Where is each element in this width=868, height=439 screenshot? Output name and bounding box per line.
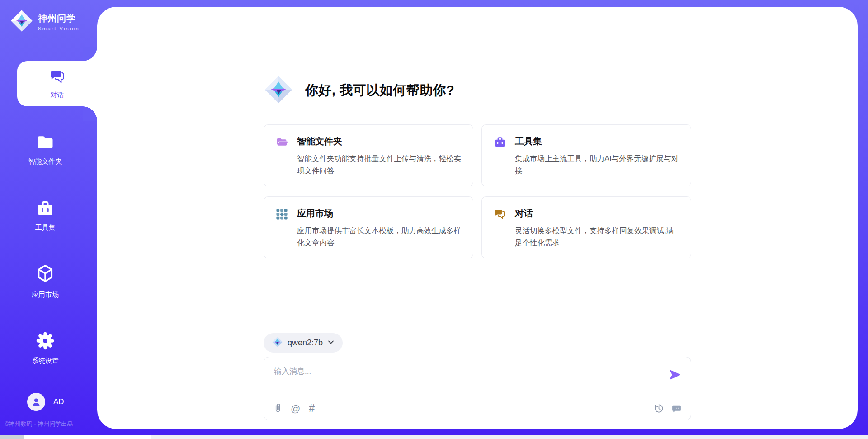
message-input[interactable] — [264, 357, 691, 396]
sidebar-item-toolset[interactable]: 工具集 — [14, 199, 77, 232]
mention-button[interactable]: @ — [291, 404, 300, 413]
topic-button[interactable]: # — [309, 403, 315, 414]
message-composer: @ # — [264, 357, 691, 420]
card-chat[interactable]: 对话 灵活切换多模型文件，支持多样回复效果调试,满足个性化需求 — [481, 196, 691, 258]
greeting-title: 你好, 我可以如何帮助你? — [305, 81, 454, 100]
at-icon: @ — [291, 404, 300, 413]
card-title: 对话 — [515, 207, 680, 220]
hash-icon: # — [309, 403, 315, 414]
send-button[interactable] — [668, 368, 682, 382]
greeting: 你好, 我可以如何帮助你? — [264, 75, 691, 106]
scrollbar-thumb[interactable] — [24, 435, 151, 439]
attachment-button[interactable] — [273, 403, 282, 414]
toolbox-icon — [494, 135, 506, 177]
card-title: 智能文件夹 — [297, 135, 462, 148]
card-description: 应用市场提供丰富长文本模板，助力高效生成多样化文章内容 — [297, 224, 462, 249]
card-app-market[interactable]: 应用市场 应用市场提供丰富长文本模板，助力高效生成多样化文章内容 — [264, 196, 473, 258]
gear-icon — [35, 331, 55, 353]
chat-icon — [48, 68, 66, 88]
tab-curve-top — [83, 47, 97, 61]
card-smart-folder[interactable]: 智能文件夹 智能文件夹功能支持批量文件上传与清洗，轻松实现文件问答 — [264, 124, 473, 186]
sidebar-item-app-market[interactable]: 应用市场 — [14, 263, 77, 299]
grid-icon — [276, 207, 288, 249]
sidebar-item-smart-folder[interactable]: 智能文件夹 — [14, 133, 77, 166]
sidebar-item-label: 工具集 — [35, 224, 56, 232]
sidebar-item-label: 系统设置 — [32, 357, 59, 365]
model-logo-diamond-icon — [272, 336, 283, 349]
sidebar-item-label: 对话 — [51, 91, 64, 100]
card-title: 应用市场 — [297, 207, 462, 220]
main-panel: 你好, 我可以如何帮助你? 智能文件夹 智能文件夹功能支持批量文件上传与清洗，轻… — [97, 7, 858, 429]
app-title: 神州问学 — [38, 12, 80, 24]
sidebar-item-settings[interactable]: 系统设置 — [14, 331, 77, 365]
sidebar-item-label: 应用市场 — [32, 291, 59, 299]
card-title: 工具集 — [515, 135, 680, 148]
sidebar: 神州问学 Smart Vision 对话 智能文件夹 — [0, 0, 97, 439]
folder-open-icon — [276, 135, 288, 177]
user-profile[interactable]: AD — [27, 393, 64, 411]
scrollbar-segment — [0, 435, 24, 439]
horizontal-scrollbar[interactable] — [0, 435, 868, 439]
history-icon — [654, 403, 664, 414]
chevron-down-icon — [327, 339, 335, 348]
sidebar-item-label: 智能文件夹 — [28, 157, 62, 166]
avatar — [27, 393, 45, 411]
folder-icon — [35, 133, 55, 153]
card-description: 集成市场上主流工具，助力AI与外界无缝扩展与对接 — [515, 153, 680, 177]
card-toolset[interactable]: 工具集 集成市场上主流工具，助力AI与外界无缝扩展与对接 — [481, 124, 691, 186]
model-name: qwen2:7b — [288, 338, 323, 348]
assistant-logo-diamond-icon — [264, 75, 293, 106]
chat-icon — [494, 207, 506, 249]
sidebar-item-chat[interactable]: 对话 — [17, 61, 97, 106]
tab-curve-bottom — [83, 106, 97, 121]
history-button[interactable] — [654, 403, 664, 414]
feature-cards: 智能文件夹 智能文件夹功能支持批量文件上传与清洗，轻松实现文件问答 工具集 集成… — [264, 124, 691, 258]
brand: 神州问学 Smart Vision — [10, 9, 80, 34]
card-description: 灵活切换多模型文件，支持多样回复效果调试,满足个性化需求 — [515, 224, 680, 249]
card-description: 智能文件夹功能支持批量文件上传与清洗，轻松实现文件问答 — [297, 153, 462, 177]
cube-icon — [35, 263, 56, 286]
chat-bubble-icon — [671, 403, 682, 414]
feedback-button[interactable] — [671, 403, 682, 414]
copyright-text: ©神州数码 · 神州问学出品 — [5, 420, 73, 428]
app-logo-diamond-icon — [10, 9, 33, 34]
app-subtitle: Smart Vision — [38, 26, 80, 31]
paperclip-icon — [273, 403, 282, 414]
toolbox-icon — [35, 199, 55, 220]
model-selector[interactable]: qwen2:7b — [264, 333, 343, 353]
user-name: AD — [53, 397, 64, 406]
